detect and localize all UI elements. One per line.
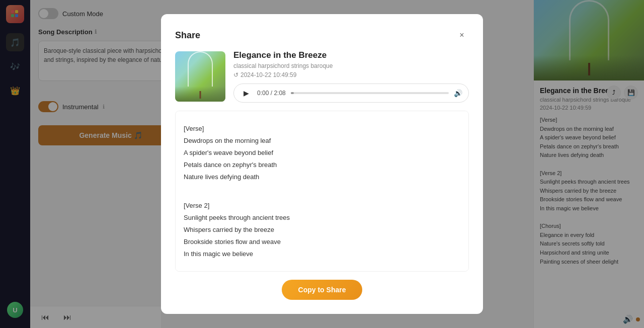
progress-bar[interactable] — [291, 92, 449, 94]
verse2-line1: Sunlight peeks through ancient trees — [184, 212, 460, 223]
verse2-line2: Whispers carried by the breeze — [184, 224, 460, 235]
verse1-line4: Nature lives defying death — [184, 172, 460, 183]
audio-player[interactable]: ▶ 0:00 / 2:08 🔊 — [233, 84, 469, 103]
modal-song-meta: Elegance in the Breeze classical harpsic… — [233, 50, 469, 103]
verse1-line3: Petals dance on zephyr's breath — [184, 159, 460, 171]
verse2-line4: In this magic we believe — [184, 249, 460, 260]
player-volume-icon[interactable]: 🔊 — [454, 89, 462, 97]
modal-song-date: ↺ 2024-10-22 10:49:59 — [233, 71, 469, 78]
verse1-line2: A spider's weave beyond belief — [184, 147, 460, 158]
modal-song-info: Elegance in the Breeze classical harpsic… — [175, 50, 469, 103]
modal-song-title: Elegance in the Breeze — [233, 50, 469, 60]
verse2-tag: [Verse 2] — [184, 200, 460, 211]
close-modal-button[interactable]: × — [455, 28, 469, 42]
verse1-tag: [Verse] — [184, 123, 460, 134]
share-modal: Share × Elegance in the Breeze classical… — [161, 14, 483, 314]
progress-fill — [291, 92, 294, 94]
thumb-arch — [188, 51, 213, 87]
modal-header: Share × — [175, 28, 469, 42]
clock-icon: ↺ — [233, 71, 238, 78]
modal-song-tags: classical harpsichord strings baroque — [233, 62, 469, 69]
modal-overlay: Share × Elegance in the Breeze classical… — [0, 0, 644, 328]
verse2-line3: Brookside stories flow and weave — [184, 236, 460, 248]
verse1-line1: Dewdrops on the morning leaf — [184, 135, 460, 146]
modal-song-thumbnail — [175, 51, 225, 102]
current-time: 0:00 / 2:08 — [257, 90, 286, 97]
modal-title: Share — [175, 30, 200, 41]
copy-to-share-button[interactable]: Copy to Share — [282, 280, 362, 300]
play-button[interactable]: ▶ — [240, 87, 252, 99]
modal-lyrics-area[interactable]: [Verse] Dewdrops on the morning leaf A s… — [175, 111, 469, 272]
